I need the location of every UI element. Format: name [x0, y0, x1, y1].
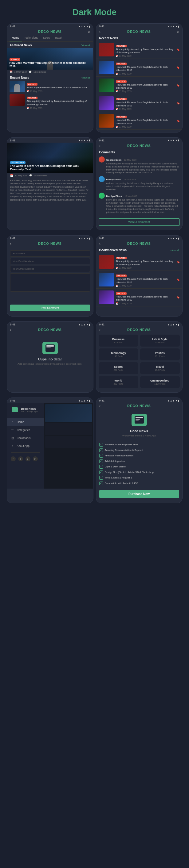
- nav-tab-sport[interactable]: Sport: [40, 35, 52, 41]
- bookmark-icon[interactable]: 🔖: [177, 84, 180, 87]
- app-header: ‹ DECO NEWS ⌕: [96, 29, 182, 35]
- featured-view-all[interactable]: View all: [81, 44, 90, 46]
- list-item[interactable]: POLITICS Aides quietly stunned by Trump'…: [96, 253, 182, 271]
- bookmark-icon[interactable]: 🔖: [177, 66, 180, 69]
- comment-content: Emily Morris 12 May 2019 As I was compos…: [106, 176, 180, 191]
- news-thumbnail: [99, 61, 114, 74]
- comment-text: I don't go to the pub very often. I hate…: [106, 198, 180, 214]
- comment-text: As I was compositing the left overs of m…: [106, 182, 180, 191]
- category-count: 13.6 Posts: [143, 369, 177, 371]
- feature-item: ✓ Compatible with Android & IOS: [99, 480, 179, 486]
- nav-tab-travel[interactable]: Travel: [52, 35, 65, 41]
- list-item[interactable]: POLITICS How Jack Ma went from English t…: [96, 77, 182, 94]
- back-icon[interactable]: ‹: [99, 403, 101, 408]
- back-icon[interactable]: ‹: [10, 327, 12, 332]
- svg-rect-5: [136, 417, 143, 418]
- phone-categories: 9:41 ▲▲▲ ▾ ▮ ‹ DECO NEWS Business 42 Pos…: [96, 321, 183, 393]
- feature-item: ✓ Amazing Documentation & Support: [99, 447, 179, 453]
- name-input[interactable]: Your Name: [10, 250, 90, 257]
- bookmark-icon[interactable]: 🔖: [177, 48, 180, 51]
- battery-icon: ▮: [178, 323, 179, 326]
- bookmark-icon[interactable]: 🔖: [177, 101, 180, 104]
- sidebar-item-about[interactable]: ☆ About App: [7, 442, 44, 450]
- google-plus-icon[interactable]: g: [26, 456, 30, 461]
- write-comment-button[interactable]: Write a Comment: [99, 218, 180, 226]
- list-item[interactable]: POLITICS How Jack Ma went from English t…: [96, 112, 182, 130]
- category-count: 251 Posts: [143, 355, 177, 357]
- bookmark-icon[interactable]: 🔖: [177, 278, 180, 281]
- feature-label: Compatible with Android & IOS: [105, 482, 139, 485]
- category-card-travel[interactable]: Travel 13.6 Posts: [140, 362, 180, 374]
- category-card-technology[interactable]: Technology 149 Posts: [99, 348, 138, 361]
- purchase-button[interactable]: Purchase Now: [99, 490, 179, 498]
- category-card-sports[interactable]: Sports 254 Posts: [99, 362, 138, 374]
- article-meta: 📅 12 May 2019 💬 38 comments: [7, 173, 93, 178]
- news-info: POLITICS How Jack Ma went from English t…: [116, 113, 174, 128]
- comment-textarea[interactable]: [10, 273, 90, 292]
- bookmark-icon[interactable]: 🔖: [177, 260, 180, 264]
- list-item[interactable]: POLITICS Aides quietly stunned by Trump'…: [9, 94, 91, 109]
- news-title: Aides quietly stunned by Trump's respect…: [27, 100, 91, 106]
- feature-label: Design files (Sketch, Adobe XD & Photosh…: [105, 471, 155, 473]
- back-icon[interactable]: ‹: [10, 241, 12, 246]
- app-header: ‹ DECO NEWS: [96, 241, 182, 247]
- news-logo-icon: [135, 416, 144, 424]
- category-card-lifestyle[interactable]: Life & Style 235 Posts: [140, 335, 180, 347]
- nav-tab-technology[interactable]: Technology: [22, 35, 41, 41]
- check-icon: ✓: [99, 465, 103, 469]
- app-name-label: DECO NEWS: [127, 404, 151, 408]
- category-card-politics[interactable]: Politics 251 Posts: [140, 348, 180, 361]
- category-card-uncategorized[interactable]: Uncategorized 7,119 Posts: [140, 376, 180, 388]
- back-icon[interactable]: ‹: [99, 143, 101, 148]
- bookmarks-header: Bookmarked News clear all: [96, 247, 182, 253]
- category-card-world[interactable]: World 223 Posts: [99, 376, 138, 388]
- list-item[interactable]: POLITICS World voyage delivers memories …: [9, 81, 91, 92]
- sidebar-item-home[interactable]: ⌂ Home: [7, 418, 44, 426]
- news-thumbnail: [99, 255, 114, 269]
- news-title: How Jack Ma went from English teacher to…: [116, 296, 174, 302]
- list-item[interactable]: POLITICS Aides quietly stunned by Trump'…: [96, 41, 182, 59]
- comment-date: 12 May 2019: [124, 159, 136, 161]
- nav-tab-home[interactable]: Home: [9, 35, 22, 41]
- svg-rect-2: [46, 347, 51, 348]
- news-thumbnail: [99, 273, 114, 286]
- twitter-icon[interactable]: t: [18, 456, 23, 461]
- featured-comments: 1k comments: [33, 71, 46, 73]
- row-1: 9:41 ▲▲▲ ▾ ▮ DECO NEWS ⌕ Home Technology…: [0, 23, 189, 137]
- bookmark-icon[interactable]: 🔖: [177, 296, 180, 299]
- status-bar: 9:41 ▲▲▲ ▾ ▮: [96, 138, 182, 143]
- list-item[interactable]: POLITICS How Jack Ma went from English t…: [96, 59, 182, 77]
- list-item[interactable]: POLITICS How Jack Ma went from English t…: [96, 94, 182, 112]
- app-header: ‹ DECO NEWS: [96, 327, 182, 333]
- sidebar-item-categories[interactable]: ☰ Categories: [7, 426, 44, 434]
- search-icon[interactable]: ⌕: [177, 29, 179, 34]
- category-name: World: [102, 379, 135, 382]
- bookmark-icon[interactable]: 🔖: [177, 119, 180, 122]
- featured-news-header: Featured News View all: [7, 42, 93, 48]
- app-header: DECO NEWS ⌕: [7, 29, 93, 35]
- feature-item: ✓ AdMob Integration: [99, 459, 179, 464]
- featured-meta: 📅 12 May 2019 💬 1k comments: [7, 70, 93, 74]
- linkedin-icon[interactable]: in: [33, 456, 38, 461]
- back-icon[interactable]: ‹: [99, 241, 101, 246]
- email-input-2[interactable]: Your Email Address: [10, 266, 90, 272]
- sidebar-item-label: Home: [17, 421, 24, 424]
- sidebar-item-bookmarks[interactable]: ⊡ Bookmarks: [7, 434, 44, 442]
- app-sub-display: WordPress theme 2 News App: [122, 434, 156, 437]
- status-time: 9:41: [99, 399, 105, 402]
- category-card-business[interactable]: Business 42 Posts: [99, 335, 138, 347]
- list-item[interactable]: POLITICS How Jack Ma went from English t…: [96, 271, 182, 289]
- back-icon[interactable]: ‹: [99, 327, 101, 332]
- back-icon[interactable]: ‹: [99, 29, 101, 34]
- facebook-icon[interactable]: f: [11, 456, 16, 461]
- email-input[interactable]: Your Email Address: [10, 258, 90, 265]
- list-item[interactable]: POLITICS How Jack Ma went from English t…: [96, 289, 182, 306]
- news-tag: POLITICS: [27, 83, 38, 86]
- search-icon[interactable]: ⌕: [88, 29, 90, 34]
- recent-view-all[interactable]: View all: [81, 76, 90, 79]
- category-name: Politics: [143, 351, 177, 354]
- post-comment-button[interactable]: Post Comment: [10, 305, 90, 311]
- wifi-icon: ▾: [176, 237, 177, 240]
- clear-all-button[interactable]: clear all: [170, 249, 179, 251]
- news-tag: POLITICS: [116, 45, 127, 47]
